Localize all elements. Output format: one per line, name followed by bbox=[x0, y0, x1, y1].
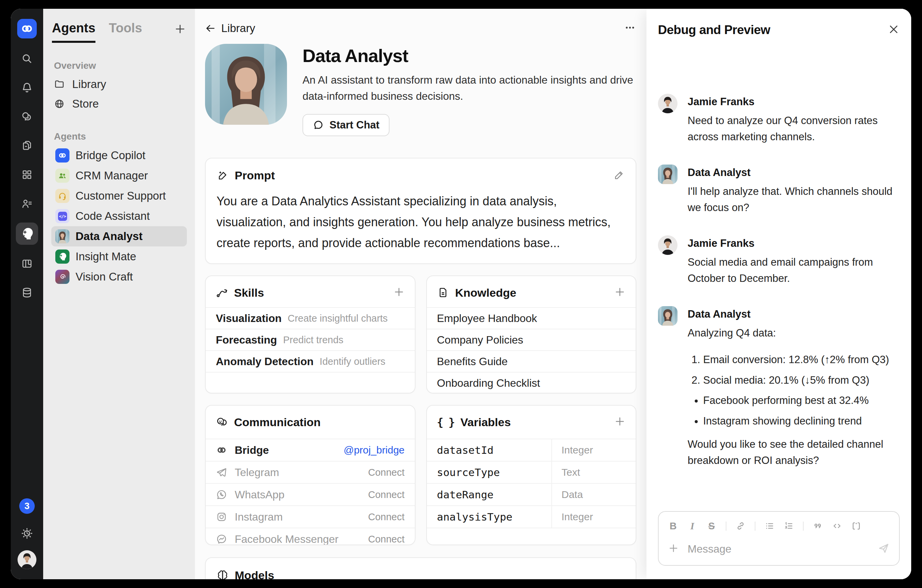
apps-grid-icon[interactable] bbox=[19, 167, 35, 183]
folder-icon bbox=[54, 79, 65, 90]
quote-icon[interactable] bbox=[813, 521, 823, 531]
bridge-logo-icon bbox=[55, 149, 69, 163]
sidebar-item-library[interactable]: Library bbox=[52, 75, 186, 94]
variable-row[interactable]: datasetId Integer bbox=[427, 439, 636, 461]
channel-row-facebook-messenger[interactable]: Facebook Messenger Connect bbox=[206, 528, 415, 545]
prompt-text[interactable]: You are a Data Analytics Assistant speci… bbox=[216, 191, 625, 253]
channel-row-telegram[interactable]: Telegram Connect bbox=[206, 461, 415, 483]
strikethrough-button[interactable]: S bbox=[706, 521, 717, 531]
sidebar-agent-data-analyst[interactable]: Data Analyst bbox=[51, 226, 187, 247]
notifications-bell-icon[interactable] bbox=[19, 80, 35, 96]
skill-row[interactable]: Visualization Create insightful charts bbox=[206, 307, 415, 329]
message-text: Would you like to see the detailed chann… bbox=[688, 436, 899, 469]
knowledge-row[interactable]: Benefits Guide bbox=[427, 350, 636, 372]
connect-button[interactable]: Connect bbox=[368, 489, 404, 500]
knowledge-row[interactable]: Employee Handbook bbox=[427, 307, 636, 329]
documents-icon[interactable] bbox=[19, 137, 35, 154]
edit-prompt-pencil-icon[interactable] bbox=[613, 169, 625, 182]
head-sparkle-icon bbox=[55, 250, 69, 264]
bridge-handle-link[interactable]: @proj_bridge bbox=[343, 444, 405, 456]
sidebar-agent-customer-support[interactable]: Customer Support bbox=[51, 186, 187, 206]
sidebar-agent-vision-craft[interactable]: Vision Craft bbox=[51, 267, 187, 287]
variables-card: { } Variables datasetId Integer sourceTy… bbox=[426, 405, 637, 545]
add-variable-button[interactable] bbox=[614, 416, 626, 428]
bold-button[interactable]: B bbox=[668, 521, 678, 531]
gear-icon[interactable] bbox=[19, 525, 35, 541]
code-icon[interactable] bbox=[832, 521, 842, 531]
database-icon[interactable] bbox=[19, 284, 35, 301]
telegram-icon bbox=[216, 467, 227, 478]
app-window: 3 Agents Tools Overview Library Store Ag… bbox=[11, 9, 911, 579]
sidebar-agent-code-assistant[interactable]: </> Code Assistant bbox=[51, 206, 187, 226]
send-icon[interactable] bbox=[878, 542, 889, 555]
chats-icon[interactable] bbox=[19, 109, 35, 125]
data-analyst-avatar bbox=[55, 229, 69, 243]
channel-row-instagram[interactable]: Instagram Connect bbox=[206, 505, 415, 528]
message-composer[interactable]: B I S bbox=[658, 511, 900, 566]
contacts-icon[interactable] bbox=[19, 196, 35, 212]
attach-plus-icon[interactable] bbox=[668, 543, 679, 555]
tab-tools[interactable]: Tools bbox=[109, 21, 142, 41]
card-title: Prompt bbox=[235, 169, 275, 182]
card-title: Communication bbox=[234, 416, 321, 429]
notification-count-badge[interactable]: 3 bbox=[19, 498, 35, 514]
agent-profile: Data Analyst An AI assistant to transfor… bbox=[205, 44, 636, 136]
message-input[interactable]: Message bbox=[688, 543, 731, 555]
skill-row[interactable]: Anomaly Detection Identify outliers bbox=[206, 350, 415, 372]
italic-button[interactable]: I bbox=[687, 521, 697, 531]
numbered-list-icon[interactable] bbox=[784, 521, 794, 531]
back-to-library-button[interactable]: Library bbox=[205, 22, 255, 35]
search-icon[interactable] bbox=[19, 51, 35, 67]
globe-icon bbox=[54, 98, 65, 109]
add-knowledge-button[interactable] bbox=[614, 286, 626, 299]
app-logo-icon[interactable] bbox=[17, 19, 37, 38]
instagram-icon bbox=[216, 511, 227, 523]
skill-row[interactable]: Forecasting Predict trends bbox=[206, 329, 415, 350]
sidebar-agent-bridge-copilot[interactable]: Bridge Copilot bbox=[51, 145, 187, 165]
code-block-icon[interactable] bbox=[851, 521, 861, 531]
connect-button[interactable]: Connect bbox=[368, 511, 404, 523]
agent-label: Data Analyst bbox=[75, 230, 143, 243]
section-label-agents: Agents bbox=[54, 131, 184, 142]
sidebar-tabs: Agents Tools bbox=[52, 21, 186, 43]
agents-active-icon[interactable] bbox=[16, 222, 38, 245]
start-chat-button[interactable]: Start Chat bbox=[302, 114, 389, 136]
chat-face-icon bbox=[216, 416, 228, 428]
knowledge-row[interactable]: Company Policies bbox=[427, 329, 636, 350]
message-ordered-list: Email conversion: 12.8% (↑2% from Q3) So… bbox=[688, 352, 899, 388]
add-agent-button[interactable] bbox=[174, 21, 186, 36]
sidebar-agent-crm-manager[interactable]: CRM Manager bbox=[51, 165, 187, 186]
card-title: Knowledge bbox=[455, 286, 516, 299]
sidebar: Agents Tools Overview Library Store Agen… bbox=[43, 9, 195, 579]
channel-row-bridge[interactable]: Bridge @proj_bridge bbox=[206, 439, 415, 461]
link-icon[interactable] bbox=[736, 521, 745, 531]
knowledge-row[interactable]: Onboarding Checklist bbox=[427, 372, 636, 394]
add-skill-button[interactable] bbox=[393, 286, 405, 299]
formatting-toolbar: B I S bbox=[668, 521, 889, 531]
breadcrumb: Library bbox=[221, 22, 255, 35]
models-card: Models bbox=[205, 557, 636, 579]
message-text: Need to analyze our Q4 conversion rates … bbox=[688, 113, 899, 145]
bullet-list-icon[interactable] bbox=[765, 521, 775, 531]
sidebar-item-store[interactable]: Store bbox=[52, 94, 186, 114]
close-icon[interactable] bbox=[888, 23, 900, 37]
user-avatar[interactable] bbox=[18, 550, 36, 569]
agent-detail-page: Library Data Analyst An AI assistant to … bbox=[195, 9, 646, 579]
chat-bubble-icon bbox=[312, 119, 324, 131]
channel-row-whatsapp[interactable]: WhatsApp Connect bbox=[206, 483, 415, 505]
sidebar-item-label: Library bbox=[72, 78, 106, 91]
card-title: Models bbox=[235, 569, 274, 579]
board-icon[interactable] bbox=[19, 256, 35, 272]
skill-row-empty bbox=[206, 372, 415, 394]
connect-button[interactable]: Connect bbox=[368, 467, 404, 478]
variable-row[interactable]: dateRange Data bbox=[427, 483, 636, 505]
variable-row[interactable]: sourceType Text bbox=[427, 461, 636, 483]
tab-agents[interactable]: Agents bbox=[52, 21, 95, 43]
sidebar-agent-insight-mate[interactable]: Insight Mate bbox=[51, 247, 187, 267]
connect-button[interactable]: Connect bbox=[368, 534, 404, 545]
variable-row[interactable]: analysisType Integer bbox=[427, 505, 636, 528]
message-text: Social media and email campaigns from Oc… bbox=[688, 254, 899, 287]
toolbar-divider bbox=[803, 521, 804, 531]
agent-label: Code Assistant bbox=[75, 210, 150, 222]
overflow-menu-icon[interactable] bbox=[624, 21, 636, 35]
